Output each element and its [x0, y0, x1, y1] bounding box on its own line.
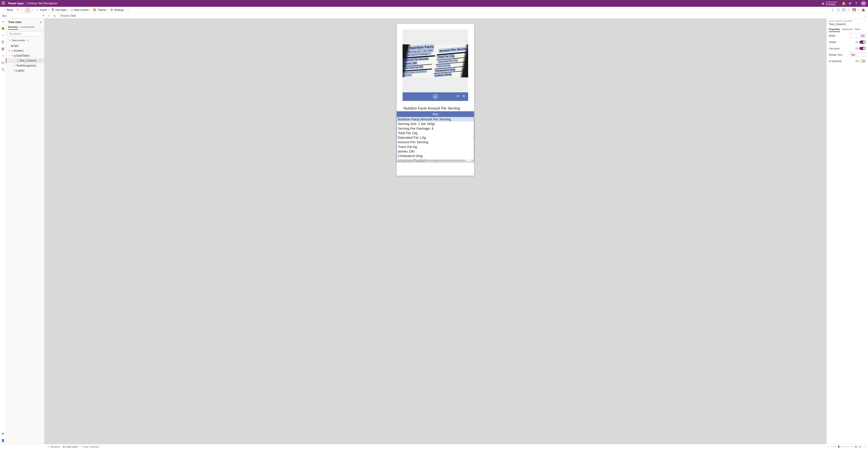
rail-variables-icon[interactable]: {x} — [1, 61, 5, 64]
prop-width-input[interactable] — [850, 34, 866, 38]
zoom-out-icon[interactable]: 🔍 — [456, 95, 460, 98]
properties-control-name: Text_Column1 — [827, 22, 868, 27]
tree-new-screen[interactable]: ＋ New screen ▾ — [6, 37, 44, 43]
environment-picker[interactable]: ◈ Environment AI Builder — [822, 1, 837, 6]
tab-advanced[interactable]: Advanced — [842, 27, 852, 32]
table-row[interactable]: Saturated Fat 1.5g — [397, 135, 474, 140]
notifications-icon[interactable]: 🔔 — [840, 2, 847, 5]
prop-headertext-input[interactable] — [850, 53, 866, 57]
undo-menu[interactable]: ▾ — [20, 7, 24, 13]
share-button[interactable]: ⇪ — [830, 7, 835, 13]
waffle-icon[interactable] — [2, 2, 5, 5]
tree-node-datatable1[interactable]: ▾▥ DataTable1 — [6, 53, 44, 58]
tree-node-text-column1[interactable]: ▯ Text_Column1 ⋯ — [6, 58, 44, 63]
save-button[interactable]: 💾 — [851, 7, 857, 13]
help-icon[interactable]: ? — [853, 2, 859, 5]
tab-ideas[interactable]: Ideas — [855, 27, 860, 32]
data-table-rows: Nutrition Facts Amount Per Serving Servi… — [397, 117, 474, 162]
tree-node-label1[interactable]: 🏷 Label1 — [6, 68, 44, 73]
tab-screens[interactable]: Screens — [8, 25, 18, 30]
tree-node-label: DataTable1 — [16, 54, 43, 57]
settings-button[interactable]: ⚙Settings — [109, 7, 125, 13]
text-recognizer-control[interactable]: Nutrition Facts Serving size: 1 bar (40g… — [403, 29, 468, 101]
tree-node-textrecognizer1[interactable]: ✧ TextRecognizer1 — [6, 63, 44, 68]
undo-button[interactable]: ↶ — [16, 7, 20, 13]
left-rail: ≡ 🌳 ＋ 🗄 🖼 ⚡ {x} 🔍 ⚙ 👤 — [0, 19, 6, 444]
formula-token-thisitem: ThisItem — [60, 14, 70, 18]
rail-media-icon[interactable]: 🖼 — [1, 47, 5, 51]
insert-button[interactable]: ＋Insert▾ — [35, 7, 50, 13]
prop-hyperlink-toggle[interactable] — [859, 60, 866, 63]
rail-ask-icon[interactable]: 👤 — [1, 439, 5, 442]
prop-cangrow-toggle[interactable] — [859, 47, 866, 50]
breadcrumb-screen[interactable]: ▢Screen1 — [46, 445, 61, 448]
breadcrumb-datatable[interactable]: ▥DataTable1 — [61, 445, 80, 448]
formula-expand-button[interactable]: ⌄ — [861, 14, 868, 17]
zoom-slider[interactable] — [830, 447, 850, 447]
resize-handle[interactable] — [396, 136, 397, 138]
settings-gear-icon[interactable]: ⚙ — [847, 2, 853, 5]
resize-handle[interactable] — [435, 111, 436, 112]
app-screen[interactable]: Nutrition Facts Serving size: 1 bar (40g… — [397, 24, 474, 176]
chevron-down-icon[interactable]: ▾ — [10, 55, 13, 57]
theme-button[interactable]: 🎨Theme▾ — [92, 7, 109, 13]
app-checker-button[interactable]: 🩺 — [835, 7, 841, 13]
tree-node-more-button[interactable]: ⋯ — [38, 59, 43, 62]
table-row[interactable]: Serving size: 1 bar (40g) — [397, 122, 474, 126]
comments-button[interactable]: 💬 — [841, 7, 847, 13]
table-row[interactable]: Trans Fat 0g — [397, 145, 474, 149]
table-row[interactable]: Serving Per Package: 4 — [397, 126, 474, 131]
save-menu[interactable]: ▾ — [857, 7, 860, 13]
chevron-down-icon: ▾ — [27, 39, 28, 41]
rail-data-icon[interactable]: 🗄 — [1, 40, 5, 44]
upload-button[interactable]: ↥ — [432, 94, 438, 99]
data-table-control[interactable]: Text Nutrition Facts Amount Per Serving … — [397, 111, 474, 162]
tree-close-button[interactable]: ✕ — [39, 21, 42, 24]
back-button[interactable]: ←Back — [2, 7, 14, 13]
formula-input[interactable]: ThisItem.Text — [58, 14, 861, 18]
table-row[interactable]: Cholesterol 0mg — [397, 154, 474, 158]
prop-visible-toggle[interactable] — [859, 40, 866, 44]
preview-button[interactable]: ▷ — [847, 7, 851, 13]
add-data-button[interactable]: 🗄Add data▾ — [50, 7, 69, 13]
chevron-right-icon[interactable]: › — [865, 20, 866, 22]
rail-search-icon[interactable]: 🔍 — [1, 67, 5, 71]
more-button[interactable]: ⋯ — [125, 7, 130, 13]
resize-handle[interactable] — [473, 136, 475, 138]
column-header[interactable]: Text — [397, 112, 474, 117]
app-header: Power Apps | Contoso Text Recognizer ◈ E… — [0, 0, 868, 7]
fx-icon[interactable]: fx — [52, 13, 58, 18]
zoom-in-button[interactable]: + — [852, 445, 853, 448]
property-selector[interactable]: Text ▾ — [0, 13, 46, 18]
rail-settings-icon[interactable]: ⚙ — [1, 432, 5, 436]
table-row[interactable]: alories 190 — [397, 149, 474, 154]
chevron-down-icon[interactable]: ▾ — [8, 50, 10, 52]
label-control[interactable]: Nutrition Facts Amount Per Serving — [403, 107, 460, 111]
tree-search-input[interactable] — [13, 32, 44, 35]
zoom-in-icon[interactable]: 🔍 — [463, 95, 466, 98]
breadcrumb-column[interactable]: ▯Text_Column1 — [80, 445, 101, 448]
tab-components[interactable]: Components — [21, 25, 35, 30]
rail-tree-icon[interactable]: 🌳 — [1, 27, 5, 30]
table-row[interactable]: Amount Per Serving — [397, 140, 474, 144]
title-separator: | — [25, 2, 26, 5]
user-avatar[interactable]: DB — [861, 1, 866, 6]
table-row[interactable]: Total Fat 13g — [397, 131, 474, 135]
tab-properties[interactable]: Properties — [829, 27, 840, 32]
table-row[interactable]: Nutrition Facts Amount Per Serving — [397, 117, 474, 122]
paste-menu[interactable]: ▾ — [31, 7, 34, 13]
paste-button[interactable]: 📋 — [25, 7, 31, 13]
canvas-area[interactable]: Nutrition Facts Serving size: 1 bar (40g… — [44, 19, 827, 444]
resize-handle[interactable] — [435, 161, 436, 163]
rail-power-automate-icon[interactable]: ⚡ — [1, 54, 5, 58]
new-screen-button[interactable]: ▭New screen▾ — [69, 7, 92, 13]
horizontal-scrollbar[interactable] — [397, 159, 471, 161]
tree-node-screen1[interactable]: ▾▢ Screen1 — [6, 48, 44, 53]
tree-node-app[interactable]: ▦ App — [6, 43, 44, 48]
publish-button[interactable]: 📤 — [860, 7, 866, 13]
zoom-out-button[interactable]: − — [827, 445, 829, 448]
fit-to-window-button[interactable]: ⛶ — [864, 445, 866, 448]
rail-hamburger-icon[interactable]: ≡ — [1, 20, 5, 24]
rail-insert-icon[interactable]: ＋ — [1, 33, 5, 37]
tree-search[interactable]: 🔍 — [8, 31, 42, 36]
